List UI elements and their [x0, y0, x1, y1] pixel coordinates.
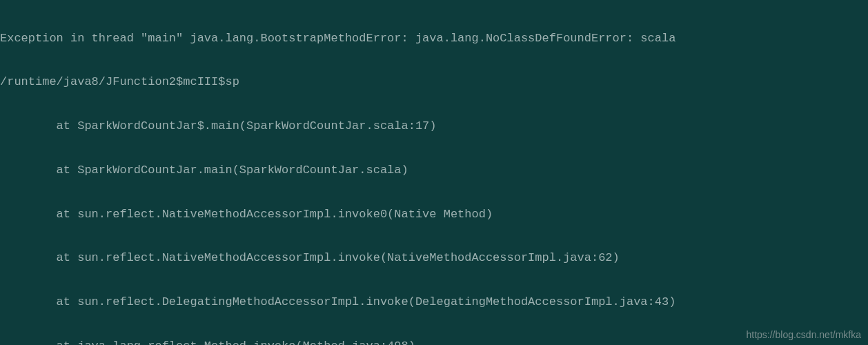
stack-trace-line: at sun.reflect.DelegatingMethodAccessorI…	[0, 295, 868, 309]
watermark-text: https://blog.csdn.net/mkfka	[746, 329, 861, 342]
stack-trace-line: at SparkWordCountJar.main(SparkWordCount…	[0, 163, 868, 177]
stack-trace-line: at java.lang.reflect.Method.invoke(Metho…	[0, 339, 868, 345]
stack-trace-line: at SparkWordCountJar$.main(SparkWordCoun…	[0, 119, 868, 133]
stack-trace-line: /runtime/java8/JFunction2$mcIII$sp	[0, 75, 868, 89]
terminal-output: Exception in thread "main" java.lang.Boo…	[0, 1, 868, 345]
stack-trace-line: at sun.reflect.NativeMethodAccessorImpl.…	[0, 207, 868, 221]
stack-trace-line: Exception in thread "main" java.lang.Boo…	[0, 31, 868, 46]
stack-trace-line: at sun.reflect.NativeMethodAccessorImpl.…	[0, 250, 868, 265]
